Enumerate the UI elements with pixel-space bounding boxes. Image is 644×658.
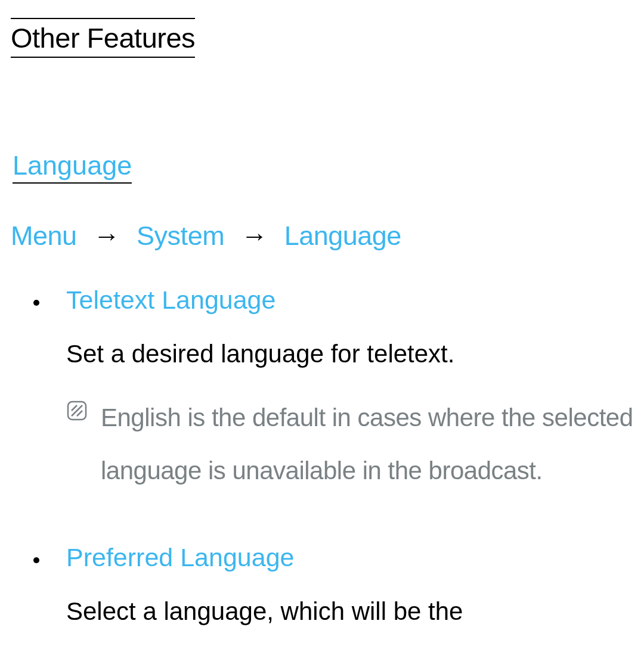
item-title: Teletext Language: [66, 284, 633, 316]
item-list: Teletext Language Set a desired language…: [11, 284, 633, 628]
page-title-wrap: Other Features: [11, 18, 633, 58]
note-icon: [66, 398, 88, 419]
note-text: English is the default in cases where th…: [101, 392, 633, 496]
breadcrumb: Menu → System → Language: [11, 221, 633, 252]
list-item: Teletext Language Set a desired language…: [49, 284, 633, 497]
section-title: Language: [13, 150, 132, 184]
list-item: Preferred Language Select a language, wh…: [49, 542, 633, 628]
page-title: Other Features: [11, 18, 195, 58]
breadcrumb-item-system: System: [137, 221, 224, 251]
note-row: English is the default in cases where th…: [66, 392, 633, 496]
svg-line-2: [72, 405, 77, 411]
svg-line-1: [72, 405, 82, 416]
breadcrumb-separator: →: [84, 221, 130, 252]
breadcrumb-separator: →: [231, 221, 277, 252]
section-title-wrap: Language: [13, 150, 633, 184]
item-title: Preferred Language: [66, 542, 633, 574]
document-page: Other Features Language Menu → System → …: [0, 0, 644, 628]
item-description: Select a language, which will be the: [66, 595, 633, 629]
svg-line-3: [77, 411, 82, 416]
breadcrumb-item-language: Language: [284, 221, 401, 251]
item-description: Set a desired language for teletext.: [66, 337, 633, 371]
breadcrumb-item-menu: Menu: [11, 221, 77, 251]
